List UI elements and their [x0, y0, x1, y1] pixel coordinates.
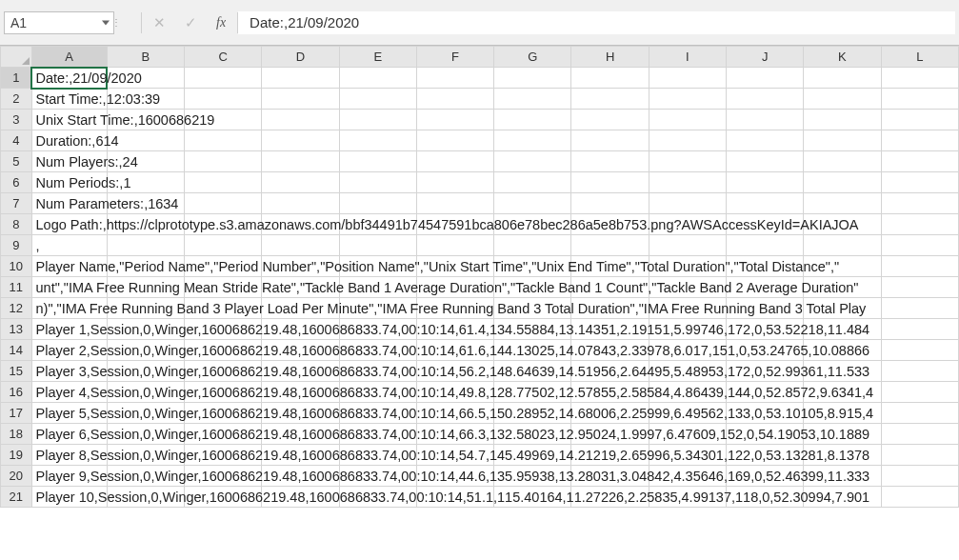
cell-F9[interactable] [416, 235, 493, 256]
select-all-corner[interactable] [1, 47, 32, 68]
cell-K5[interactable] [804, 151, 881, 172]
cancel-icon[interactable]: ✕ [153, 14, 166, 31]
cell-D8[interactable] [262, 214, 339, 235]
row-header-17[interactable]: 17 [1, 403, 32, 424]
row-header-3[interactable]: 3 [1, 110, 32, 130]
cell-D2[interactable] [262, 89, 339, 110]
cell-I18[interactable] [649, 424, 726, 445]
cell-F19[interactable] [416, 445, 493, 466]
cell-A19[interactable]: Player 8,Session,0,Winger,1600686219.48,… [31, 445, 107, 466]
cell-K21[interactable] [804, 487, 881, 508]
cell-D1[interactable] [262, 68, 339, 89]
cell-H5[interactable] [571, 151, 649, 172]
cell-G5[interactable] [494, 151, 571, 172]
cell-C11[interactable] [185, 277, 262, 298]
cell-C12[interactable] [185, 298, 262, 319]
cell-F5[interactable] [416, 151, 493, 172]
cell-K13[interactable] [804, 319, 881, 340]
row-header-10[interactable]: 10 [1, 256, 32, 277]
cell-B18[interactable] [107, 424, 184, 445]
cell-H18[interactable] [571, 424, 649, 445]
cell-D3[interactable] [262, 110, 339, 130]
confirm-icon[interactable]: ✓ [185, 14, 197, 31]
cell-D9[interactable] [262, 235, 339, 256]
cell-J6[interactable] [727, 172, 804, 193]
cell-G20[interactable] [494, 466, 571, 487]
cell-D5[interactable] [262, 151, 339, 172]
row-header-14[interactable]: 14 [1, 340, 32, 361]
cell-E5[interactable] [339, 151, 416, 172]
cell-I7[interactable] [649, 193, 726, 214]
cell-B10[interactable] [107, 256, 184, 277]
cell-C13[interactable] [185, 319, 262, 340]
cell-L9[interactable] [881, 235, 958, 256]
cell-B9[interactable] [107, 235, 184, 256]
cell-F10[interactable] [416, 256, 493, 277]
cell-L20[interactable] [881, 466, 958, 487]
cell-I15[interactable] [649, 361, 726, 382]
cell-K8[interactable] [804, 214, 881, 235]
cell-F6[interactable] [416, 172, 493, 193]
cell-K2[interactable] [804, 89, 881, 110]
cell-A7[interactable]: Num Parameters:,1634 [31, 193, 107, 214]
cell-J15[interactable] [727, 361, 804, 382]
row-header-2[interactable]: 2 [1, 89, 32, 110]
cell-F14[interactable] [416, 340, 493, 361]
cell-C19[interactable] [185, 445, 262, 466]
cell-E11[interactable] [339, 277, 416, 298]
cell-B14[interactable] [107, 340, 184, 361]
cell-E7[interactable] [339, 193, 416, 214]
cell-B2[interactable] [107, 89, 184, 110]
cell-K4[interactable] [804, 130, 881, 151]
cell-E10[interactable] [339, 256, 416, 277]
cell-K7[interactable] [804, 193, 881, 214]
cell-L15[interactable] [881, 361, 958, 382]
cell-J2[interactable] [727, 89, 804, 110]
cell-K3[interactable] [804, 110, 881, 130]
cell-G13[interactable] [494, 319, 571, 340]
cell-D14[interactable] [262, 340, 339, 361]
cell-H13[interactable] [571, 319, 649, 340]
cell-L16[interactable] [881, 382, 958, 403]
cell-I17[interactable] [649, 403, 726, 424]
cell-H16[interactable] [571, 382, 649, 403]
cell-A14[interactable]: Player 2,Session,0,Winger,1600686219.48,… [31, 340, 107, 361]
cell-L1[interactable] [881, 68, 958, 89]
row-header-6[interactable]: 6 [1, 172, 32, 193]
cell-K12[interactable] [804, 298, 881, 319]
cell-J14[interactable] [727, 340, 804, 361]
cell-G3[interactable] [494, 110, 571, 130]
cell-G11[interactable] [494, 277, 571, 298]
cell-F20[interactable] [416, 466, 493, 487]
cell-A16[interactable]: Player 4,Session,0,Winger,1600686219.48,… [31, 382, 107, 403]
cell-E20[interactable] [339, 466, 416, 487]
cell-L19[interactable] [881, 445, 958, 466]
cell-G10[interactable] [494, 256, 571, 277]
column-header-J[interactable]: J [727, 47, 804, 68]
cell-L17[interactable] [881, 403, 958, 424]
cell-A15[interactable]: Player 3,Session,0,Winger,1600686219.48,… [31, 361, 107, 382]
cell-F4[interactable] [416, 130, 493, 151]
cell-A8[interactable]: Logo Path:,https://clprototype.s3.amazon… [31, 214, 107, 235]
cell-I3[interactable] [649, 110, 726, 130]
cell-B15[interactable] [107, 361, 184, 382]
cell-H17[interactable] [571, 403, 649, 424]
cell-I20[interactable] [649, 466, 726, 487]
cell-C10[interactable] [185, 256, 262, 277]
cell-J9[interactable] [727, 235, 804, 256]
cell-L12[interactable] [881, 298, 958, 319]
row-header-11[interactable]: 11 [1, 277, 32, 298]
cell-A9[interactable]: , [31, 235, 107, 256]
cell-L14[interactable] [881, 340, 958, 361]
cell-C9[interactable] [185, 235, 262, 256]
cell-H12[interactable] [571, 298, 649, 319]
cell-G12[interactable] [494, 298, 571, 319]
cell-K10[interactable] [804, 256, 881, 277]
row-header-12[interactable]: 12 [1, 298, 32, 319]
cell-J1[interactable] [727, 68, 804, 89]
cell-H1[interactable] [571, 68, 649, 89]
cell-J5[interactable] [727, 151, 804, 172]
column-header-D[interactable]: D [262, 47, 339, 68]
column-header-F[interactable]: F [416, 47, 493, 68]
cell-A11[interactable]: unt","IMA Free Running Mean Stride Rate"… [31, 277, 107, 298]
